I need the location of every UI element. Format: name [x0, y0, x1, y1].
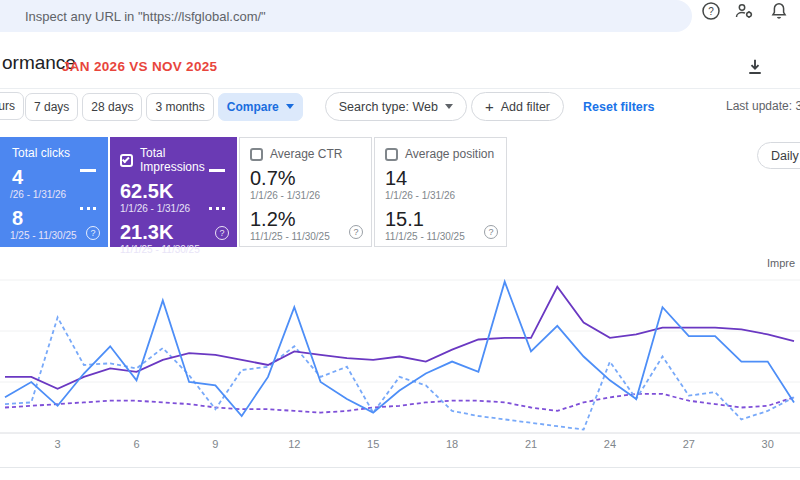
help-icon[interactable]: ?: [86, 226, 100, 240]
date-range-chip-28-days[interactable]: 28 days: [82, 93, 142, 121]
svg-text:?: ?: [708, 6, 714, 17]
help-icon[interactable]: ?: [349, 225, 363, 239]
chip-label: 28 days: [91, 100, 133, 114]
notifications-bell-icon[interactable]: [768, 0, 790, 22]
metric-label: Average position: [405, 147, 494, 161]
metric-label: Average CTR: [270, 147, 342, 161]
date-range-chip-7-days[interactable]: 7 days: [25, 93, 78, 121]
url-inspect-search-input[interactable]: Inspect any URL in "https://lsfglobal.co…: [0, 0, 692, 32]
filters-row: 7 days 28 days 3 months Compare Search t…: [25, 92, 655, 121]
dashed-line-legend-mark: [209, 207, 225, 210]
metric-value-previous: 8: [10, 207, 98, 229]
chart-x-axis: 36912151821242730: [0, 438, 800, 452]
chart-bottom-divider: [0, 467, 800, 468]
x-axis-tick-label: 18: [437, 438, 467, 450]
metric-date-current: /26 - 1/31/26: [10, 188, 98, 201]
chart-line: [5, 317, 794, 429]
chevron-down-icon: [286, 104, 294, 109]
dashed-line-legend-mark: [80, 207, 96, 210]
solid-line-legend-mark: [209, 169, 225, 172]
metric-date-current: 1/1/26 - 1/31/26: [250, 189, 361, 202]
x-axis-tick-label: 21: [516, 438, 546, 450]
plus-icon: +: [485, 98, 494, 115]
chevron-down-icon: [445, 104, 453, 109]
metric-value-previous: 21.3K: [120, 221, 227, 243]
help-icon[interactable]: ?: [484, 225, 498, 239]
x-axis-tick-label: 3: [43, 438, 73, 450]
metric-label: Total clicks: [12, 146, 70, 160]
search-type-label: Search type: Web: [339, 100, 438, 114]
chip-label: 7 days: [34, 100, 69, 114]
header-divider: [0, 88, 800, 89]
chip-label: 3 months: [155, 100, 204, 114]
search-type-filter[interactable]: Search type: Web: [325, 92, 467, 121]
metric-date-previous: 11/1/25 - 11/30/25: [250, 230, 361, 243]
metric-value-current: 14: [385, 167, 496, 189]
performance-line-chart[interactable]: [0, 250, 800, 440]
date-range-chip-3-months[interactable]: 3 months: [146, 93, 213, 121]
unchecked-checkbox-icon[interactable]: [250, 148, 263, 161]
help-icon[interactable]: ?: [700, 0, 722, 22]
metric-card-average-position[interactable]: Average position 14 1/1/26 - 1/31/26 15.…: [374, 137, 507, 247]
metric-date-previous: 11/1/25 - 11/30/25: [385, 230, 496, 243]
metric-value-previous: 1.2%: [250, 208, 361, 230]
x-axis-tick-label: 30: [753, 438, 783, 450]
x-axis-tick-label: 12: [279, 438, 309, 450]
help-icon[interactable]: ?: [215, 226, 229, 240]
solid-line-legend-mark: [80, 169, 96, 172]
export-download-icon[interactable]: [744, 56, 766, 82]
metric-card-total-impressions[interactable]: Total Impressions 62.5K 1/1/26 - 1/31/26…: [110, 137, 237, 247]
metric-value-current: 0.7%: [250, 167, 361, 189]
x-axis-tick-label: 27: [674, 438, 704, 450]
x-axis-tick-label: 15: [358, 438, 388, 450]
granularity-daily-button[interactable]: Daily: [757, 142, 800, 169]
search-placeholder-text: Inspect any URL in "https://lsfglobal.co…: [0, 9, 266, 24]
metric-value-previous: 15.1: [385, 208, 496, 230]
add-filter-label: Add filter: [501, 100, 550, 114]
x-axis-tick-label: 6: [122, 438, 152, 450]
checked-checkbox-icon[interactable]: [120, 154, 133, 167]
search-console-performance-page: Inspect any URL in "https://lsfglobal.co…: [0, 0, 800, 480]
reset-filters-button[interactable]: Reset filters: [583, 100, 655, 114]
last-update-text: Last update: 3.5: [726, 99, 800, 113]
comparison-period-label: JAN 2026 VS NOV 2025: [62, 59, 217, 74]
metric-card-average-ctr[interactable]: Average CTR 0.7% 1/1/26 - 1/31/26 1.2% 1…: [239, 137, 372, 247]
users-settings-icon[interactable]: [733, 0, 755, 22]
x-axis-tick-label: 24: [595, 438, 625, 450]
chart-line: [5, 287, 794, 389]
chip-label: urs: [0, 99, 15, 113]
chart-line: [5, 394, 794, 413]
unchecked-checkbox-icon[interactable]: [385, 148, 398, 161]
daily-label: Daily: [771, 149, 799, 163]
checkmark-icon: [122, 155, 130, 163]
chart-line: [5, 282, 794, 416]
chip-label: Compare: [227, 100, 279, 114]
metric-date-previous: 1/25 - 11/30/25: [10, 229, 98, 242]
add-filter-button[interactable]: + Add filter: [471, 92, 564, 121]
date-range-chip-compare[interactable]: Compare: [218, 93, 303, 121]
metric-date-current: 1/1/26 - 1/31/26: [385, 189, 496, 202]
metric-card-total-clicks[interactable]: Total clicks 4 /26 - 1/31/26 8 1/25 - 11…: [0, 137, 108, 247]
metric-value-current: 62.5K: [120, 180, 227, 202]
date-range-chip-hours[interactable]: urs: [0, 92, 24, 120]
x-axis-tick-label: 9: [200, 438, 230, 450]
